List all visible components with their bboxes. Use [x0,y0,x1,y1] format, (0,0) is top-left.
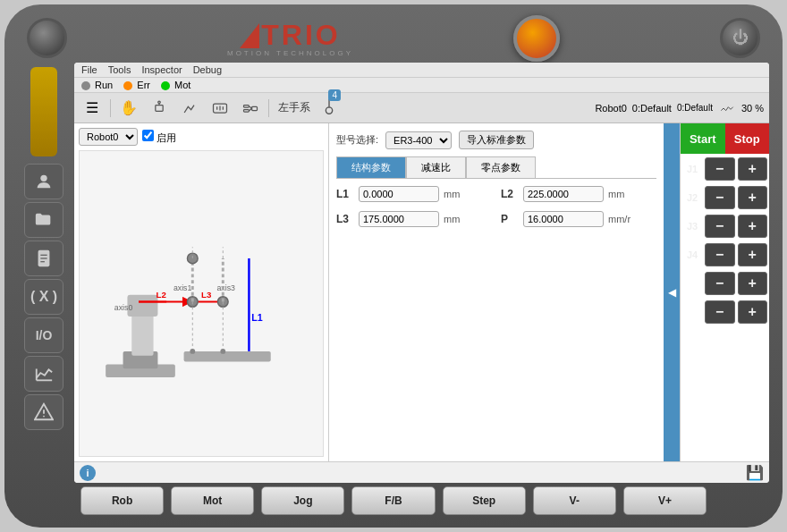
svg-point-9 [43,416,45,418]
j6-plus-button[interactable]: + [738,300,768,324]
toolbar-default1: 0:Default [632,103,672,114]
robot-select[interactable]: Robot0 [79,128,138,146]
start-button[interactable]: Start [681,123,725,154]
model-select[interactable]: ER3-400 [385,131,452,149]
logo-triangle-icon [240,23,259,48]
P-unit: mm/r [608,214,630,224]
fn-step-button[interactable]: Step [443,486,526,515]
tab-structure[interactable]: 结构参数 [336,156,406,178]
param-row-L1: L1 mm [336,186,492,202]
j3-label: J3 [682,221,702,232]
fn-mot-button[interactable]: Mot [171,486,254,515]
robot-panel: Robot0 启用 [74,123,329,461]
toolbar-default2: 0:Default [677,103,713,113]
param-grid: L1 mm L2 mm L3 mm [336,186,656,227]
L1-label: L1 [336,188,354,200]
run-status: Run [81,80,113,90]
panel-area: Robot0 启用 [74,123,769,461]
save-icon[interactable]: 💾 [746,464,764,481]
j3-minus-button[interactable]: − [705,215,735,238]
main-area: ( X ) I/O [18,63,769,483]
toolbar: ☰ ✋ [74,93,769,123]
j3-plus-button[interactable]: + [738,215,768,238]
svg-point-48 [220,349,225,354]
screen-footer: i 💾 [74,461,769,483]
toolbar-io-icon[interactable] [207,97,233,120]
model-label: 型号选择: [336,133,378,147]
L2-input[interactable] [523,186,604,202]
collapse-arrow-panel[interactable]: ◀ [664,123,680,461]
j6-minus-button[interactable]: − [705,300,735,324]
params-panel: 型号选择: ER3-400 导入标准参数 结构参数 减速比 零点参数 L1 [329,123,664,461]
sidebar-item-io[interactable]: I/O [24,317,63,353]
L3-input[interactable] [359,211,439,227]
svg-point-12 [158,101,161,104]
menu-tools[interactable]: Tools [108,64,131,75]
j1-minus-button[interactable]: − [705,157,735,181]
L2-label: L2 [501,188,519,200]
toolbar-robot-icon[interactable] [147,97,172,120]
left-handle [30,67,57,156]
io-label: I/O [36,328,53,342]
sidebar-item-document[interactable] [24,241,63,276]
fn-jog-button[interactable]: Jog [261,486,344,515]
tab-ratio[interactable]: 减速比 [406,156,466,178]
menu-file[interactable]: File [81,64,97,75]
mot-dot [161,81,170,90]
knob-left[interactable] [27,18,67,58]
j4-label: J4 [682,249,702,260]
j1-plus-button[interactable]: + [738,157,768,181]
info-icon[interactable]: i [80,465,96,481]
P-label: P [501,213,519,225]
svg-marker-0 [240,23,259,48]
j-controls: J1 − + J2 − + J3 − + [681,154,769,461]
folder-icon [34,210,54,230]
j4-minus-button[interactable]: − [705,243,735,266]
j2-minus-button[interactable]: − [705,186,735,209]
enable-checkbox-label[interactable]: 启用 [142,130,176,145]
fn-vplus-button[interactable]: V+ [623,486,707,515]
toolbar-arm-icon[interactable] [177,97,202,120]
sidebar-item-variable[interactable]: ( X ) [24,279,63,315]
stop-button[interactable]: Stop [725,123,770,154]
fn-vminus-button[interactable]: V- [533,486,616,515]
j1-row: J1 − + [682,156,767,182]
toolbar-hand-icon[interactable]: ✋ [116,97,141,120]
j2-label: J2 [682,192,702,203]
menu-bar: File Tools Inspector Debug [74,63,769,78]
svg-rect-10 [156,105,163,111]
L1-input[interactable] [359,186,439,202]
toolbar-menu-icon[interactable]: ☰ [80,97,105,120]
svg-text:L1: L1 [251,312,263,323]
L1-unit: mm [444,189,460,199]
param-row-L3: L3 mm [336,211,492,227]
tab-zero[interactable]: 零点参数 [466,156,536,178]
collapse-arrow-icon: ◀ [668,286,676,299]
j5-plus-button[interactable]: + [738,272,768,295]
sidebar-item-folder[interactable] [24,202,63,238]
menu-inspector[interactable]: Inspector [141,64,182,75]
P-input[interactable] [523,211,604,227]
emergency-stop-button[interactable] [513,15,560,62]
sidebar-item-warning[interactable] [24,394,63,430]
mot-status: Mot [161,80,190,90]
toolbar-flow-icon[interactable] [238,97,263,120]
j5-minus-button[interactable]: − [705,272,735,295]
j2-plus-button[interactable]: + [738,186,768,209]
right-panel: Start Stop J1 − + J2 − + [680,123,769,461]
sidebar-item-chart[interactable] [24,356,63,392]
L2-unit: mm [608,189,624,199]
j1-label: J1 [682,164,702,174]
menu-debug[interactable]: Debug [193,64,222,75]
sidebar-item-user[interactable] [24,164,63,199]
import-button[interactable]: 导入标准参数 [459,131,534,149]
param-row-L2: L2 mm [501,186,656,202]
fn-rob-button[interactable]: Rob [80,486,164,515]
j4-plus-button[interactable]: + [738,243,768,266]
toolbar-right: Robot0 0:Default 0:Default 30 % [595,101,764,115]
svg-text:L2: L2 [156,290,166,300]
fn-fb-button[interactable]: F/B [351,486,435,515]
enable-checkbox[interactable] [142,130,154,141]
power-button[interactable]: ⏻ [720,18,760,58]
L3-label: L3 [336,213,354,225]
